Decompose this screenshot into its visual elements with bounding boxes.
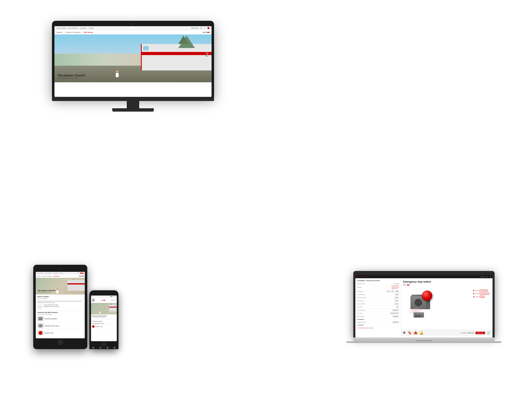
spec-housing-colour-value[interactable]: yellow [394,300,399,302]
tablet-product-arrow-1[interactable]: › [82,318,83,320]
maintained-tag: maintained [357,324,364,326]
product-img-placeholder-2 [38,324,43,327]
nav-contact[interactable]: Contact [89,27,94,29]
tablet-topbar: News & Media Fairs & Events Downloads Co… [36,272,85,274]
spec-housing-material-value[interactable]: plastic [394,303,399,305]
spec-lens-illumination-value[interactable]: illuminative [392,309,399,311]
spec-lens-shape-row: Lens shape mushroom-head [357,312,399,315]
spec-font-bezel-material-value[interactable]: plastic [394,297,399,299]
region-selector[interactable]: Switzerland [191,27,198,29]
nav-news[interactable]: News & Media [57,27,66,29]
search-icon[interactable]: 🔍 [204,27,206,29]
tablet-mainnav: Markets Products & Solutions EAO Group e… [36,274,85,278]
spec-connection-row: Connection system maintained [357,321,399,324]
view-detail-text[interactable]: View detailed assembly overview [358,327,373,329]
tablet-nav-news[interactable]: News & Media [37,272,44,274]
spec-lens-shape-value[interactable]: mushroom-head [390,312,399,314]
ann-line-2 [475,294,479,294]
monitor-stand-base [112,108,154,112]
language-selector[interactable]: EN [200,27,202,29]
view-detail-link[interactable]: ↓ View detailed assembly overview [357,327,399,329]
nav-products-solutions[interactable]: Products & Solutions [65,31,81,33]
tablet-person-head [57,288,58,290]
tablet-product-selector[interactable]: Illuminated selector switch. › [38,323,83,329]
tablet-nav-downloads[interactable]: Downloads [53,272,58,274]
phone-product-arrow-1[interactable]: › [115,321,116,322]
menu-laptop-icon[interactable]: ☰ [490,276,491,278]
tablet-eaogroup[interactable]: EAO Group [54,276,59,277]
arrow-down-icon: ↓ [357,327,358,329]
eao-sq-2 [209,32,209,33]
spec-switching-value[interactable]: maintained [392,315,399,317]
bookmark-icon[interactable]: 🔖 [408,331,412,335]
spec-connection-value[interactable]: maintained [392,321,399,323]
brand-dot-1 [407,285,408,285]
spec-font-bezel-colour-value[interactable]: black [395,293,399,296]
phone-hamburger-icon[interactable]: ☰ [92,298,95,302]
spec-lens-colour-value[interactable]: red [396,306,399,308]
phone-product-arrow-2[interactable]: › [115,323,116,324]
person-body [116,73,119,77]
share-icon[interactable]: 📤 [413,331,418,335]
bell-icon[interactable]: 🔔 [419,331,424,335]
phone-estop-row[interactable]: Emergency stop [92,325,103,328]
view-alternatives-label[interactable]: View alternatives [357,276,366,278]
phone-status-icons: ▋▋▋ WiFi 🔋 [111,296,116,297]
phone-cart-icon[interactable]: 🛒 [114,299,116,301]
tablet-person-body [56,290,58,293]
cart-add-icon[interactable]: 🛒 [487,331,491,335]
tablet-product-info-2: Illuminated selector switch. [44,325,82,326]
nav-fairs[interactable]: Fairs & Events [68,27,77,29]
monitor-topbar: News & Media Fairs & Events Downloads Co… [54,26,212,30]
tablet-product-illuminated-pushbutton[interactable]: Illuminated pushbutton. › [38,316,83,322]
tablet-product-arrow-2[interactable]: › [82,325,83,327]
spec-mounting-row: Mounting cut-out Ø 22.5 mm [357,283,399,285]
tablet-eao-dots [80,273,83,274]
spec-lens-illumination-row: Lens illumination illuminative [357,309,399,312]
phone-person-head [100,310,101,311]
phone-product-pushbutton[interactable]: Illuminated pushbutton. › [92,320,116,323]
tablet-product-estop[interactable]: Emergency stop › [38,330,83,336]
connector-pin-2 [418,315,420,317]
nav-downloads[interactable]: Downloads [80,27,87,29]
phone-search-icon[interactable]: 🔍 [111,299,113,301]
annotations-panel: Front diameter Unlocking system [473,290,489,299]
tablet-product-arrow-3[interactable]: › [82,332,83,334]
phone-home-button[interactable] [102,342,106,346]
phone-camera [103,293,105,294]
cart-laptop-icon[interactable]: 🛒 [487,276,488,278]
eao-dot-red-3 [82,273,83,274]
phone-product-arrow-3[interactable]: › [115,326,116,327]
tablet-products[interactable]: Products & Solutions [42,276,52,277]
tablet-article-2[interactable]: New HMI innovations announced [44,306,83,307]
eao-brand-dots [407,285,409,285]
spec-mounting-label: Mounting cut-out [357,283,365,284]
phone-product-selector[interactable]: Illuminated selector switch. › [92,323,116,325]
phone-product-estop[interactable]: Emergency stop › [92,325,116,328]
technical-title: TECHNICAL [357,319,399,320]
tablet-search-icon[interactable]: 🔍 [78,272,79,274]
add-to-cart-button[interactable]: Add to Cart [475,332,485,334]
nav-eao-group[interactable]: EAO Group [84,31,93,33]
laptop-main-content: Emergency stop switch eao [401,278,493,336]
spec-housing-colour-label: Housing colour [357,300,364,301]
tablet-product-img-3 [38,330,44,336]
phone-topbar: 9:41 ▋▋▋ WiFi 🔋 [91,296,117,298]
phone-product-list: Illuminated pushbutton. › Illuminated se… [91,320,117,329]
cart-icon[interactable]: 0 [207,27,209,29]
tablet-nav-fairs[interactable]: Fairs & Events [45,272,52,274]
checkout-label[interactable]: Checkout [480,276,485,278]
product-aperture [415,299,422,306]
tablet-home-button[interactable] [58,340,63,345]
tablet-markets[interactable]: Markets [37,276,41,277]
laptop-screen-outer: View alternatives ↑ Checkout 🛒 ☰ ASSEMBL… [353,271,494,337]
eye-icon[interactable]: 👁 [403,331,406,335]
tablet-article-1[interactable]: EAO at Hannover Messe 2024 [44,304,83,305]
phone-outer: 9:41 ▋▋▋ WiFi 🔋 ☰ eao [89,290,119,349]
tablet-nav-contact[interactable]: Contact [59,272,63,274]
nav-markets[interactable]: Markets [57,31,62,33]
hero-person-1 [114,70,120,81]
tablet-solutions-sub: Diverse tools full of individuality. [38,314,83,315]
phone-screen: 9:41 ▋▋▋ WiFi 🔋 ☰ eao [91,296,117,341]
laptop-view-alternatives[interactable]: View alternatives ↑ [357,276,368,278]
